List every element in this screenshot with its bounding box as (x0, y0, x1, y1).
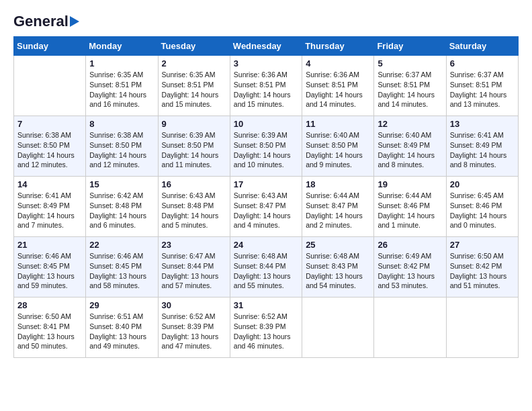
day-info: Sunrise: 6:40 AM Sunset: 8:50 PM Dayligh… (306, 130, 370, 170)
logo: General (13, 13, 79, 30)
calendar-cell: 24Sunrise: 6:48 AM Sunset: 8:44 PM Dayli… (230, 237, 302, 298)
day-info: Sunrise: 6:45 AM Sunset: 8:46 PM Dayligh… (450, 191, 515, 230)
day-number: 19 (378, 179, 442, 189)
day-info: Sunrise: 6:43 AM Sunset: 8:48 PM Dayligh… (162, 191, 226, 230)
logo-arrow-icon (70, 16, 79, 27)
calendar-cell (302, 298, 374, 358)
day-number: 3 (234, 58, 298, 68)
day-info: Sunrise: 6:39 AM Sunset: 8:50 PM Dayligh… (234, 130, 298, 170)
day-info: Sunrise: 6:44 AM Sunset: 8:46 PM Dayligh… (378, 191, 442, 230)
calendar-cell (14, 56, 86, 116)
col-header-wednesday: Wednesday (230, 37, 302, 56)
calendar-cell: 16Sunrise: 6:43 AM Sunset: 8:48 PM Dayli… (158, 177, 230, 237)
calendar-week-3: 14Sunrise: 6:41 AM Sunset: 8:49 PM Dayli… (14, 177, 519, 237)
day-info: Sunrise: 6:51 AM Sunset: 8:40 PM Dayligh… (89, 312, 154, 351)
day-number: 22 (89, 240, 154, 250)
col-header-saturday: Saturday (446, 37, 518, 56)
day-number: 7 (17, 119, 82, 129)
day-number: 5 (378, 58, 442, 68)
day-info: Sunrise: 6:43 AM Sunset: 8:47 PM Dayligh… (234, 191, 298, 230)
day-number: 10 (234, 119, 298, 129)
day-number: 30 (162, 300, 226, 310)
calendar-cell: 28Sunrise: 6:50 AM Sunset: 8:41 PM Dayli… (14, 298, 86, 358)
calendar-cell (374, 298, 446, 358)
day-number: 28 (17, 300, 82, 310)
calendar-cell: 14Sunrise: 6:41 AM Sunset: 8:49 PM Dayli… (14, 177, 86, 237)
day-info: Sunrise: 6:52 AM Sunset: 8:39 PM Dayligh… (234, 312, 298, 351)
calendar-cell: 1Sunrise: 6:35 AM Sunset: 8:51 PM Daylig… (86, 56, 158, 116)
day-info: Sunrise: 6:47 AM Sunset: 8:44 PM Dayligh… (162, 251, 226, 291)
day-number: 6 (450, 58, 515, 68)
day-number: 8 (89, 119, 154, 129)
day-number: 2 (162, 58, 226, 68)
day-info: Sunrise: 6:50 AM Sunset: 8:42 PM Dayligh… (450, 251, 515, 291)
col-header-monday: Monday (86, 37, 158, 56)
day-number: 20 (450, 179, 515, 189)
day-number: 1 (89, 58, 154, 68)
day-number: 13 (450, 119, 515, 129)
day-info: Sunrise: 6:37 AM Sunset: 8:51 PM Dayligh… (378, 70, 442, 109)
calendar-cell: 13Sunrise: 6:41 AM Sunset: 8:49 PM Dayli… (446, 116, 518, 177)
day-number: 12 (378, 119, 442, 129)
day-info: Sunrise: 6:48 AM Sunset: 8:44 PM Dayligh… (234, 251, 298, 291)
calendar-cell: 22Sunrise: 6:46 AM Sunset: 8:45 PM Dayli… (86, 237, 158, 298)
calendar-cell: 18Sunrise: 6:44 AM Sunset: 8:47 PM Dayli… (302, 177, 374, 237)
day-info: Sunrise: 6:38 AM Sunset: 8:50 PM Dayligh… (89, 130, 154, 170)
day-number: 29 (89, 300, 154, 310)
day-info: Sunrise: 6:38 AM Sunset: 8:50 PM Dayligh… (17, 130, 82, 170)
calendar-cell: 25Sunrise: 6:48 AM Sunset: 8:43 PM Dayli… (302, 237, 374, 298)
day-info: Sunrise: 6:36 AM Sunset: 8:51 PM Dayligh… (234, 70, 298, 109)
day-info: Sunrise: 6:41 AM Sunset: 8:49 PM Dayligh… (17, 191, 82, 230)
day-number: 16 (162, 179, 226, 189)
calendar-week-1: 1Sunrise: 6:35 AM Sunset: 8:51 PM Daylig… (14, 56, 519, 116)
day-info: Sunrise: 6:46 AM Sunset: 8:45 PM Dayligh… (17, 251, 82, 291)
day-info: Sunrise: 6:49 AM Sunset: 8:42 PM Dayligh… (378, 251, 442, 291)
day-number: 11 (306, 119, 370, 129)
day-info: Sunrise: 6:40 AM Sunset: 8:49 PM Dayligh… (378, 130, 442, 170)
calendar-cell: 10Sunrise: 6:39 AM Sunset: 8:50 PM Dayli… (230, 116, 302, 177)
day-number: 4 (306, 58, 370, 68)
calendar-cell: 12Sunrise: 6:40 AM Sunset: 8:49 PM Dayli… (374, 116, 446, 177)
calendar-cell: 3Sunrise: 6:36 AM Sunset: 8:51 PM Daylig… (230, 56, 302, 116)
calendar-week-5: 28Sunrise: 6:50 AM Sunset: 8:41 PM Dayli… (14, 298, 519, 358)
calendar-cell: 6Sunrise: 6:37 AM Sunset: 8:51 PM Daylig… (446, 56, 518, 116)
calendar-cell: 8Sunrise: 6:38 AM Sunset: 8:50 PM Daylig… (86, 116, 158, 177)
calendar-cell: 26Sunrise: 6:49 AM Sunset: 8:42 PM Dayli… (374, 237, 446, 298)
calendar-cell: 2Sunrise: 6:35 AM Sunset: 8:51 PM Daylig… (158, 56, 230, 116)
day-info: Sunrise: 6:36 AM Sunset: 8:51 PM Dayligh… (306, 70, 370, 109)
calendar-cell: 11Sunrise: 6:40 AM Sunset: 8:50 PM Dayli… (302, 116, 374, 177)
day-info: Sunrise: 6:46 AM Sunset: 8:45 PM Dayligh… (89, 251, 154, 291)
col-header-thursday: Thursday (302, 37, 374, 56)
day-number: 26 (378, 240, 442, 250)
day-info: Sunrise: 6:44 AM Sunset: 8:47 PM Dayligh… (306, 191, 370, 230)
day-info: Sunrise: 6:37 AM Sunset: 8:51 PM Dayligh… (450, 70, 515, 109)
calendar-cell: 20Sunrise: 6:45 AM Sunset: 8:46 PM Dayli… (446, 177, 518, 237)
calendar-cell: 21Sunrise: 6:46 AM Sunset: 8:45 PM Dayli… (14, 237, 86, 298)
day-info: Sunrise: 6:39 AM Sunset: 8:50 PM Dayligh… (162, 130, 226, 170)
calendar-cell: 29Sunrise: 6:51 AM Sunset: 8:40 PM Dayli… (86, 298, 158, 358)
calendar-cell: 19Sunrise: 6:44 AM Sunset: 8:46 PM Dayli… (374, 177, 446, 237)
day-number: 14 (17, 179, 82, 189)
calendar-cell: 30Sunrise: 6:52 AM Sunset: 8:39 PM Dayli… (158, 298, 230, 358)
day-number: 21 (17, 240, 82, 250)
day-info: Sunrise: 6:52 AM Sunset: 8:39 PM Dayligh… (162, 312, 226, 351)
calendar-cell: 31Sunrise: 6:52 AM Sunset: 8:39 PM Dayli… (230, 298, 302, 358)
day-number: 27 (450, 240, 515, 250)
day-info: Sunrise: 6:42 AM Sunset: 8:48 PM Dayligh… (89, 191, 154, 230)
calendar-table: SundayMondayTuesdayWednesdayThursdayFrid… (13, 36, 519, 358)
day-number: 18 (306, 179, 370, 189)
day-number: 31 (234, 300, 298, 310)
day-info: Sunrise: 6:35 AM Sunset: 8:51 PM Dayligh… (89, 70, 154, 109)
calendar-cell: 23Sunrise: 6:47 AM Sunset: 8:44 PM Dayli… (158, 237, 230, 298)
calendar-cell: 4Sunrise: 6:36 AM Sunset: 8:51 PM Daylig… (302, 56, 374, 116)
calendar-header-row: SundayMondayTuesdayWednesdayThursdayFrid… (14, 37, 519, 56)
day-number: 24 (234, 240, 298, 250)
calendar-cell (446, 298, 518, 358)
day-info: Sunrise: 6:41 AM Sunset: 8:49 PM Dayligh… (450, 130, 515, 170)
day-number: 17 (234, 179, 298, 189)
day-number: 25 (306, 240, 370, 250)
col-header-friday: Friday (374, 37, 446, 56)
calendar-week-2: 7Sunrise: 6:38 AM Sunset: 8:50 PM Daylig… (14, 116, 519, 177)
calendar-cell: 5Sunrise: 6:37 AM Sunset: 8:51 PM Daylig… (374, 56, 446, 116)
page-header: General (13, 13, 519, 30)
